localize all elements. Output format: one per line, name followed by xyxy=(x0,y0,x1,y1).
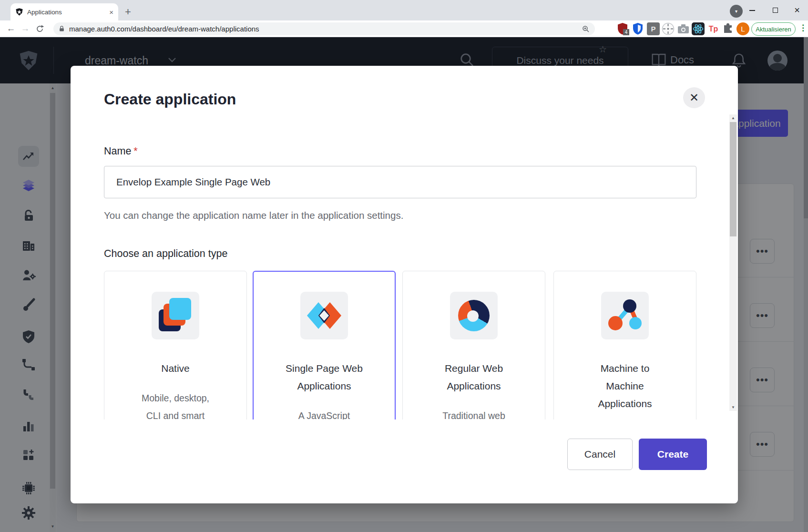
modal-body: Name* You can change the application nam… xyxy=(71,113,738,419)
browser-profile-chevron[interactable]: ▾ xyxy=(730,5,743,18)
app-type-card-spa[interactable]: Single Page Web Applications A JavaScrip… xyxy=(253,271,396,419)
name-label: Name* xyxy=(104,145,138,157)
zoom-page-icon[interactable] xyxy=(582,25,590,33)
ublock-badge: 4 xyxy=(623,29,629,35)
modal-close-button[interactable]: ✕ xyxy=(683,87,705,108)
lock-icon xyxy=(58,25,65,33)
browser-menu-icon[interactable]: ⋮ xyxy=(799,23,807,33)
tampermonkey-extension-icon[interactable]: Tp xyxy=(707,22,720,35)
ublock-extension-icon[interactable]: 4 xyxy=(617,22,630,35)
back-button[interactable]: ← xyxy=(4,23,18,34)
browser-profile-avatar[interactable]: L xyxy=(736,22,749,35)
update-browser-button[interactable]: Aktualisieren xyxy=(751,22,796,36)
app-type-card-m2m[interactable]: Machine to Machine Applications xyxy=(553,271,696,419)
window-maximize-button[interactable] xyxy=(766,0,785,20)
app-type-card-native[interactable]: Native Mobile, desktop, CLI and smart xyxy=(104,271,247,419)
modal-scrollbar[interactable]: ▲ ▼ xyxy=(729,114,737,411)
close-icon: ✕ xyxy=(689,91,699,104)
spa-icon xyxy=(300,292,348,339)
auth0-favicon xyxy=(15,8,23,16)
card-title: Single Page Web Applications xyxy=(281,359,367,395)
forward-button[interactable]: → xyxy=(18,23,32,34)
card-description: A JavaScript xyxy=(274,407,374,419)
reload-button[interactable] xyxy=(35,24,44,33)
window-minimize-button[interactable] xyxy=(743,0,762,20)
bookmark-star-icon[interactable]: ☆ xyxy=(599,44,607,55)
regular-web-icon xyxy=(450,292,498,339)
window-close-button[interactable]: × xyxy=(788,0,807,20)
scroll-down-arrow[interactable]: ▼ xyxy=(729,405,737,409)
create-application-modal: Create application ✕ Name* You can chang… xyxy=(71,66,738,503)
extensions-puzzle-icon[interactable] xyxy=(722,22,735,35)
card-title: Native xyxy=(133,359,218,377)
card-description: Traditional web xyxy=(424,407,524,419)
tab-title: Applications xyxy=(27,9,105,16)
name-helper-text: You can change the application name late… xyxy=(104,210,403,221)
react-devtools-extension-icon[interactable] xyxy=(692,22,705,35)
address-bar[interactable]: manage.auth0.com/dashboard/eu/dream-watc… xyxy=(53,22,595,35)
crosshair-extension-icon[interactable] xyxy=(662,22,675,35)
native-icon xyxy=(152,292,199,339)
camera-extension-icon[interactable] xyxy=(677,22,690,35)
application-type-label: Choose an application type xyxy=(104,248,227,260)
m2m-icon xyxy=(601,292,649,339)
app-type-card-regular-web[interactable]: Regular Web Applications Traditional web xyxy=(402,271,545,419)
scroll-up-arrow[interactable]: ▲ xyxy=(729,116,737,120)
modal-title: Create application xyxy=(104,91,236,108)
tab-close-icon[interactable]: × xyxy=(109,8,113,16)
card-title: Machine to Machine Applications xyxy=(582,359,668,412)
create-button[interactable]: Create xyxy=(639,439,707,470)
new-tab-button[interactable]: + xyxy=(125,6,131,18)
card-description: Mobile, desktop, CLI and smart xyxy=(125,389,225,419)
cancel-button[interactable]: Cancel xyxy=(567,439,633,470)
browser-tab[interactable]: Applications × xyxy=(10,3,118,20)
application-name-input[interactable] xyxy=(104,166,696,198)
modal-scrollbar-thumb[interactable] xyxy=(730,122,736,236)
browser-tab-bar: Applications × + ▾ × xyxy=(0,0,808,20)
card-title: Regular Web Applications xyxy=(431,359,517,395)
url-text[interactable]: manage.auth0.com/dashboard/eu/dream-watc… xyxy=(69,25,578,33)
required-asterisk: * xyxy=(133,145,137,157)
chevron-down-icon: ▾ xyxy=(735,9,737,14)
p-extension-icon[interactable]: P xyxy=(647,22,660,35)
bitwarden-extension-icon[interactable] xyxy=(632,22,645,35)
